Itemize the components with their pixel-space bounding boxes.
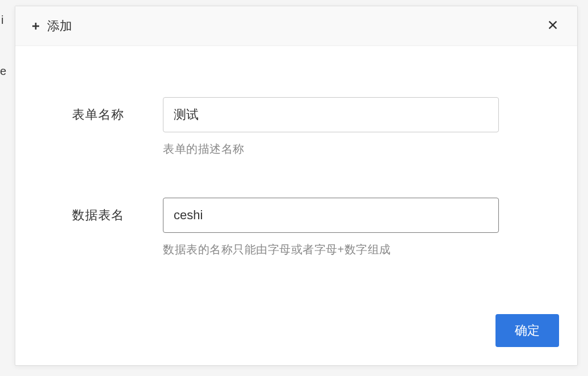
modal-header: 添加 — [15, 6, 577, 46]
form-name-control: 表单的描述名称 — [163, 97, 499, 157]
modal-body: 表单名称 表单的描述名称 数据表名 数据表的名称只能由字母或者字母+数字组成 — [15, 46, 577, 314]
form-row-table-name: 数据表名 数据表的名称只能由字母或者字母+数字组成 — [72, 198, 520, 257]
plus-icon — [30, 20, 41, 32]
bg-text-2: e — [0, 62, 6, 80]
table-name-input[interactable] — [163, 198, 499, 233]
modal-title: 添加 — [30, 18, 72, 35]
modal-title-label: 添加 — [47, 18, 72, 35]
form-name-helper: 表单的描述名称 — [163, 141, 499, 157]
confirm-button[interactable]: 确定 — [495, 314, 559, 347]
add-modal: 添加 表单名称 表单的描述名称 数据表名 数据表的名称只能由字母或者字母+数字组… — [15, 6, 578, 366]
table-name-control: 数据表的名称只能由字母或者字母+数字组成 — [163, 198, 499, 257]
close-button[interactable] — [543, 15, 562, 36]
table-name-label: 数据表名 — [72, 198, 163, 224]
modal-footer: 确定 — [15, 314, 577, 365]
table-name-helper: 数据表的名称只能由字母或者字母+数字组成 — [163, 242, 499, 257]
form-name-label: 表单名称 — [72, 97, 163, 123]
bg-text-1: i — [0, 11, 6, 28]
form-row-form-name: 表单名称 表单的描述名称 — [72, 97, 520, 157]
background-fragment: i e — [0, 11, 6, 80]
confirm-button-label: 确定 — [515, 323, 540, 337]
close-icon — [547, 19, 559, 33]
form-name-input[interactable] — [163, 97, 499, 132]
